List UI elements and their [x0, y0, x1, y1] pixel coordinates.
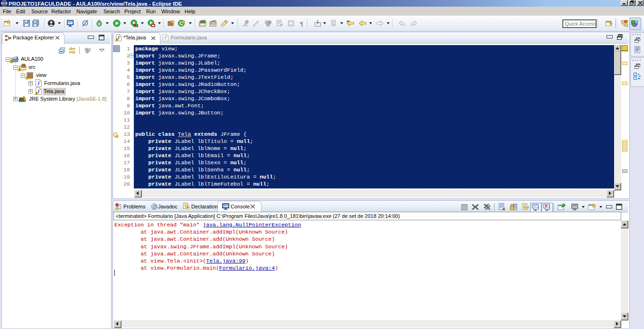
svg-text:J: J [16, 56, 18, 60]
svg-text:J: J [164, 35, 167, 40]
svg-text:@: @ [152, 204, 157, 209]
svg-text:P: P [246, 20, 249, 24]
svg-text:J: J [37, 80, 40, 86]
